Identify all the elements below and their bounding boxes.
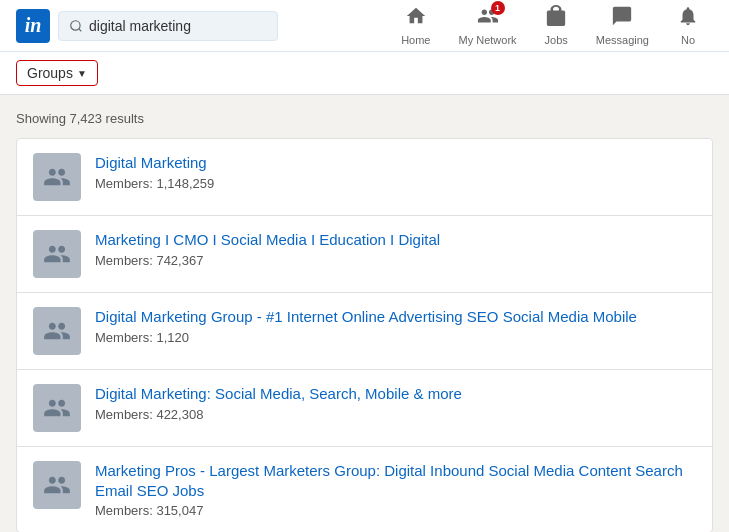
filter-label: Groups — [27, 65, 73, 81]
result-members: Members: 1,148,259 — [95, 176, 696, 191]
result-title[interactable]: Marketing Pros - Largest Marketers Group… — [95, 461, 696, 500]
messaging-icon — [611, 5, 633, 32]
nav-label-home: Home — [401, 34, 430, 46]
nav-label-network: My Network — [458, 34, 516, 46]
nav-item-my-network[interactable]: 1 My Network — [444, 0, 530, 52]
network-icon: 1 — [477, 5, 499, 32]
network-badge: 1 — [491, 1, 505, 15]
result-members: Members: 315,047 — [95, 503, 696, 518]
home-icon — [405, 5, 427, 32]
result-title[interactable]: Digital Marketing: Social Media, Search,… — [95, 384, 696, 404]
result-title[interactable]: Marketing I CMO I Social Media I Educati… — [95, 230, 696, 250]
search-input[interactable] — [89, 18, 267, 34]
svg-line-1 — [79, 28, 82, 31]
nav-items: Home 1 My Network Jobs Messaging — [387, 0, 713, 52]
results-count: Showing 7,423 results — [16, 111, 713, 126]
list-item: Digital Marketing: Social Media, Search,… — [17, 370, 712, 447]
group-avatar — [33, 230, 81, 278]
result-info: Digital Marketing: Social Media, Search,… — [95, 384, 696, 422]
results-area: Showing 7,423 results Digital Marketing … — [0, 95, 729, 532]
linkedin-logo[interactable]: in — [16, 9, 50, 43]
search-icon — [69, 19, 83, 33]
nav-label-jobs: Jobs — [545, 34, 568, 46]
svg-point-0 — [71, 20, 80, 29]
result-info: Digital Marketing Members: 1,148,259 — [95, 153, 696, 191]
result-members: Members: 422,308 — [95, 407, 696, 422]
linkedin-logo-text: in — [25, 14, 42, 37]
list-item: Digital Marketing Members: 1,148,259 — [17, 139, 712, 216]
nav-label-notifications: No — [681, 34, 695, 46]
search-bar — [58, 11, 278, 41]
nav-label-messaging: Messaging — [596, 34, 649, 46]
result-info: Digital Marketing Group - #1 Internet On… — [95, 307, 696, 345]
group-avatar — [33, 384, 81, 432]
groups-filter-button[interactable]: Groups ▼ — [16, 60, 98, 86]
result-info: Marketing Pros - Largest Marketers Group… — [95, 461, 696, 518]
result-info: Marketing I CMO I Social Media I Educati… — [95, 230, 696, 268]
nav-item-jobs[interactable]: Jobs — [531, 0, 582, 52]
group-avatar — [33, 153, 81, 201]
result-members: Members: 742,367 — [95, 253, 696, 268]
group-avatar — [33, 461, 81, 509]
result-title[interactable]: Digital Marketing Group - #1 Internet On… — [95, 307, 696, 327]
navbar: in Home 1 My Network Jobs — [0, 0, 729, 52]
nav-item-notifications[interactable]: No — [663, 0, 713, 52]
jobs-icon — [545, 5, 567, 32]
list-item: Marketing Pros - Largest Marketers Group… — [17, 447, 712, 532]
nav-item-home[interactable]: Home — [387, 0, 444, 52]
notifications-icon — [677, 5, 699, 32]
group-avatar — [33, 307, 81, 355]
list-item: Marketing I CMO I Social Media I Educati… — [17, 216, 712, 293]
results-card: Digital Marketing Members: 1,148,259 Mar… — [16, 138, 713, 532]
result-title[interactable]: Digital Marketing — [95, 153, 696, 173]
nav-item-messaging[interactable]: Messaging — [582, 0, 663, 52]
filter-bar: Groups ▼ — [0, 52, 729, 95]
chevron-down-icon: ▼ — [77, 68, 87, 79]
result-members: Members: 1,120 — [95, 330, 696, 345]
list-item: Digital Marketing Group - #1 Internet On… — [17, 293, 712, 370]
